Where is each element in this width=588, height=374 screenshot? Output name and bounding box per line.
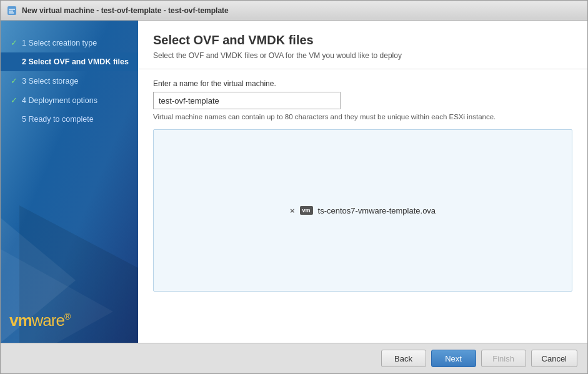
file-remove-button[interactable]: × (290, 206, 295, 215)
sidebar-step-5-label: 5 Ready to complete (22, 115, 94, 124)
window: New virtual machine - test-ovf-template … (0, 0, 588, 374)
sidebar-step-3: ✓ 3 Select storage (1, 71, 138, 91)
window-body: ✓ 1 Select creation type 2 Select OVF an… (1, 21, 587, 343)
vmware-logo-ware: ware® (32, 311, 71, 330)
vmware-logo-vm: vm (9, 311, 32, 330)
sidebar-step-2-label: 2 Select OVF and VMDK files (22, 57, 129, 66)
finish-button[interactable]: Finish (481, 350, 526, 367)
cancel-button[interactable]: Cancel (531, 350, 577, 367)
svg-rect-2 (9, 11, 13, 12)
sidebar-step-5: 5 Ready to complete (1, 110, 138, 129)
file-name-label: ts-centos7-vmware-template.ova (318, 206, 436, 215)
vm-name-input[interactable] (153, 92, 341, 109)
content-body: Enter a name for the virtual machine. Vi… (138, 69, 587, 343)
sidebar-step-1: ✓ 1 Select creation type (1, 33, 138, 52)
vm-name-hint: Virtual machine names can contain up to … (153, 113, 572, 121)
vm-name-label: Enter a name for the virtual machine. (153, 79, 572, 88)
window-icon (7, 6, 17, 16)
file-item: × vm ts-centos7-vmware-template.ova (290, 206, 436, 215)
vmware-logo-text: vmware® (9, 311, 70, 330)
window-title: New virtual machine - test-ovf-template … (22, 6, 229, 15)
file-drop-area[interactable]: × vm ts-centos7-vmware-template.ova (153, 129, 572, 292)
sidebar-step-3-label: 3 Select storage (22, 77, 78, 86)
svg-rect-3 (9, 12, 14, 14)
page-subtitle: Select the OVF and VMDK files or OVA for… (153, 51, 572, 60)
sidebar-step-1-label: 1 Select creation type (22, 39, 97, 47)
sidebar-steps: ✓ 1 Select creation type 2 Select OVF an… (1, 21, 138, 343)
step-4-check-icon: ✓ (9, 96, 18, 105)
title-bar: New virtual machine - test-ovf-template … (1, 1, 587, 21)
content-header: Select OVF and VMDK files Select the OVF… (138, 21, 587, 69)
footer: Back Next Finish Cancel (1, 343, 587, 373)
svg-rect-1 (9, 9, 15, 10)
back-button[interactable]: Back (381, 350, 426, 367)
sidebar-step-4: ✓ 4 Deployment options (1, 91, 138, 110)
step-3-check-icon: ✓ (9, 76, 18, 86)
sidebar-step-4-label: 4 Deployment options (22, 96, 97, 105)
sidebar-step-2: 2 Select OVF and VMDK files (1, 52, 138, 71)
next-button[interactable]: Next (431, 350, 476, 367)
step-1-check-icon: ✓ (9, 38, 18, 47)
page-title: Select OVF and VMDK files (153, 33, 572, 47)
vmware-logo: vmware® (9, 311, 70, 330)
sidebar: ✓ 1 Select creation type 2 Select OVF an… (1, 21, 138, 343)
main-content: Select OVF and VMDK files Select the OVF… (138, 21, 587, 343)
file-type-icon: vm (300, 206, 313, 215)
